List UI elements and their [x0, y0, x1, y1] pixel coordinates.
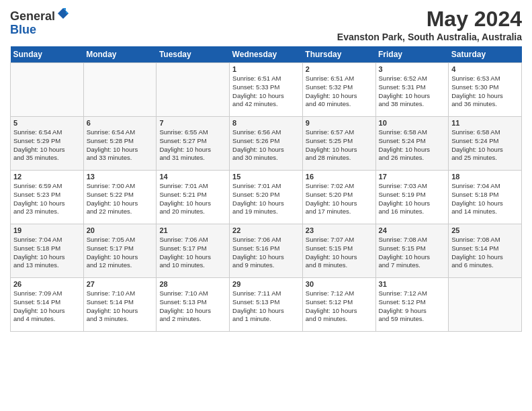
calendar-cell: 13Sunrise: 7:00 AM Sunset: 5:22 PM Dayli… [83, 171, 157, 224]
day-number: 19 [13, 226, 81, 234]
page-header: General Blue May 2024 Evanston Park, Sou… [10, 7, 522, 42]
day-number: 11 [451, 119, 519, 127]
day-number: 29 [232, 280, 300, 288]
calendar-week-3: 12Sunrise: 6:59 AM Sunset: 5:23 PM Dayli… [11, 171, 522, 224]
day-info: Sunrise: 6:51 AM Sunset: 5:33 PM Dayligh… [232, 75, 300, 109]
day-number: 5 [13, 119, 81, 127]
day-info: Sunrise: 7:04 AM Sunset: 5:18 PM Dayligh… [451, 182, 519, 216]
day-number: 18 [451, 173, 519, 181]
calendar-cell: 17Sunrise: 7:03 AM Sunset: 5:19 PM Dayli… [375, 171, 449, 224]
day-info: Sunrise: 7:10 AM Sunset: 5:14 PM Dayligh… [87, 289, 154, 324]
day-info: Sunrise: 6:52 AM Sunset: 5:31 PM Dayligh… [379, 75, 446, 109]
day-info: Sunrise: 7:03 AM Sunset: 5:19 PM Dayligh… [379, 182, 446, 216]
day-info: Sunrise: 7:05 AM Sunset: 5:17 PM Dayligh… [87, 236, 154, 270]
calendar-cell [449, 278, 522, 332]
calendar-week-4: 19Sunrise: 7:04 AM Sunset: 5:18 PM Dayli… [11, 224, 522, 278]
day-number: 28 [159, 280, 226, 288]
day-info: Sunrise: 6:54 AM Sunset: 5:29 PM Dayligh… [13, 128, 81, 163]
calendar-cell: 21Sunrise: 7:06 AM Sunset: 5:17 PM Dayli… [157, 224, 230, 278]
day-info: Sunrise: 7:08 AM Sunset: 5:14 PM Dayligh… [451, 236, 519, 270]
header-cell-tuesday: Tuesday [157, 46, 230, 63]
day-number: 6 [87, 119, 154, 127]
day-number: 7 [159, 119, 226, 127]
header-row: SundayMondayTuesdayWednesdayThursdayFrid… [11, 46, 522, 63]
day-info: Sunrise: 7:08 AM Sunset: 5:15 PM Dayligh… [379, 236, 446, 270]
calendar-cell: 27Sunrise: 7:10 AM Sunset: 5:14 PM Dayli… [83, 278, 157, 332]
calendar-cell: 25Sunrise: 7:08 AM Sunset: 5:14 PM Dayli… [449, 224, 522, 278]
day-info: Sunrise: 7:06 AM Sunset: 5:17 PM Dayligh… [159, 236, 226, 270]
logo-blue: Blue [10, 23, 36, 36]
calendar-cell: 26Sunrise: 7:09 AM Sunset: 5:14 PM Dayli… [11, 278, 84, 332]
day-number: 13 [87, 173, 154, 181]
day-number: 4 [451, 65, 519, 73]
day-number: 25 [451, 226, 519, 234]
day-number: 20 [87, 226, 154, 234]
logo-icon [56, 7, 70, 20]
day-number: 16 [306, 173, 373, 181]
calendar-cell: 6Sunrise: 6:54 AM Sunset: 5:28 PM Daylig… [83, 117, 157, 171]
day-number: 27 [87, 280, 154, 288]
calendar-cell: 23Sunrise: 7:07 AM Sunset: 5:15 PM Dayli… [302, 224, 375, 278]
calendar-cell: 29Sunrise: 7:11 AM Sunset: 5:13 PM Dayli… [230, 278, 303, 332]
calendar-cell: 8Sunrise: 6:56 AM Sunset: 5:26 PM Daylig… [230, 117, 303, 171]
day-info: Sunrise: 6:54 AM Sunset: 5:28 PM Dayligh… [87, 128, 154, 163]
header-cell-monday: Monday [83, 46, 157, 63]
calendar-cell: 28Sunrise: 7:10 AM Sunset: 5:13 PM Dayli… [157, 278, 230, 332]
calendar-cell: 10Sunrise: 6:58 AM Sunset: 5:24 PM Dayli… [375, 117, 449, 171]
day-number: 8 [232, 119, 300, 127]
logo: General Blue [10, 7, 70, 37]
day-info: Sunrise: 7:02 AM Sunset: 5:20 PM Dayligh… [306, 182, 373, 216]
day-info: Sunrise: 7:00 AM Sunset: 5:22 PM Dayligh… [87, 182, 154, 216]
day-number: 15 [232, 173, 300, 181]
day-info: Sunrise: 7:11 AM Sunset: 5:13 PM Dayligh… [232, 289, 300, 324]
calendar-cell: 31Sunrise: 7:12 AM Sunset: 5:12 PM Dayli… [375, 278, 449, 332]
calendar-cell: 4Sunrise: 6:53 AM Sunset: 5:30 PM Daylig… [449, 63, 522, 117]
calendar-cell: 18Sunrise: 7:04 AM Sunset: 5:18 PM Dayli… [449, 171, 522, 224]
day-info: Sunrise: 6:55 AM Sunset: 5:27 PM Dayligh… [159, 128, 226, 163]
day-info: Sunrise: 7:01 AM Sunset: 5:21 PM Dayligh… [159, 182, 226, 216]
day-number: 1 [232, 65, 300, 73]
day-info: Sunrise: 7:07 AM Sunset: 5:15 PM Dayligh… [306, 236, 373, 270]
main-title: May 2024 [337, 7, 522, 32]
day-info: Sunrise: 6:53 AM Sunset: 5:30 PM Dayligh… [451, 75, 519, 109]
calendar-cell: 19Sunrise: 7:04 AM Sunset: 5:18 PM Dayli… [11, 224, 84, 278]
subtitle: Evanston Park, South Australia, Australi… [337, 32, 522, 42]
day-info: Sunrise: 7:06 AM Sunset: 5:16 PM Dayligh… [232, 236, 300, 270]
calendar-cell [157, 63, 230, 117]
day-info: Sunrise: 6:56 AM Sunset: 5:26 PM Dayligh… [232, 128, 300, 163]
header-cell-friday: Friday [375, 46, 449, 63]
day-number: 9 [306, 119, 373, 127]
day-number: 21 [159, 226, 226, 234]
day-number: 22 [232, 226, 300, 234]
day-info: Sunrise: 7:12 AM Sunset: 5:12 PM Dayligh… [379, 289, 446, 324]
header-cell-thursday: Thursday [302, 46, 375, 63]
calendar-cell: 9Sunrise: 6:57 AM Sunset: 5:25 PM Daylig… [302, 117, 375, 171]
calendar-cell: 15Sunrise: 7:01 AM Sunset: 5:20 PM Dayli… [230, 171, 303, 224]
calendar-cell [83, 63, 157, 117]
calendar-week-1: 1Sunrise: 6:51 AM Sunset: 5:33 PM Daylig… [11, 63, 522, 117]
day-info: Sunrise: 6:59 AM Sunset: 5:23 PM Dayligh… [13, 182, 81, 216]
calendar-table: SundayMondayTuesdayWednesdayThursdayFrid… [10, 46, 522, 332]
calendar-cell: 7Sunrise: 6:55 AM Sunset: 5:27 PM Daylig… [157, 117, 230, 171]
day-info: Sunrise: 6:51 AM Sunset: 5:32 PM Dayligh… [306, 75, 373, 109]
calendar-cell: 16Sunrise: 7:02 AM Sunset: 5:20 PM Dayli… [302, 171, 375, 224]
calendar-cell: 22Sunrise: 7:06 AM Sunset: 5:16 PM Dayli… [230, 224, 303, 278]
day-number: 30 [306, 280, 373, 288]
header-cell-saturday: Saturday [449, 46, 522, 63]
calendar-cell: 5Sunrise: 6:54 AM Sunset: 5:29 PM Daylig… [11, 117, 84, 171]
logo-general: General [10, 9, 55, 23]
day-number: 2 [306, 65, 373, 73]
day-info: Sunrise: 7:09 AM Sunset: 5:14 PM Dayligh… [13, 289, 81, 324]
calendar-week-5: 26Sunrise: 7:09 AM Sunset: 5:14 PM Dayli… [11, 278, 522, 332]
day-number: 26 [13, 280, 81, 288]
calendar-cell: 11Sunrise: 6:58 AM Sunset: 5:24 PM Dayli… [449, 117, 522, 171]
day-number: 31 [379, 280, 446, 288]
day-number: 10 [379, 119, 446, 127]
calendar-cell: 2Sunrise: 6:51 AM Sunset: 5:32 PM Daylig… [302, 63, 375, 117]
title-block: May 2024 Evanston Park, South Australia,… [337, 7, 522, 42]
day-number: 24 [379, 226, 446, 234]
day-info: Sunrise: 7:04 AM Sunset: 5:18 PM Dayligh… [13, 236, 81, 270]
day-info: Sunrise: 6:57 AM Sunset: 5:25 PM Dayligh… [306, 128, 373, 163]
header-cell-wednesday: Wednesday [230, 46, 303, 63]
day-number: 3 [379, 65, 446, 73]
